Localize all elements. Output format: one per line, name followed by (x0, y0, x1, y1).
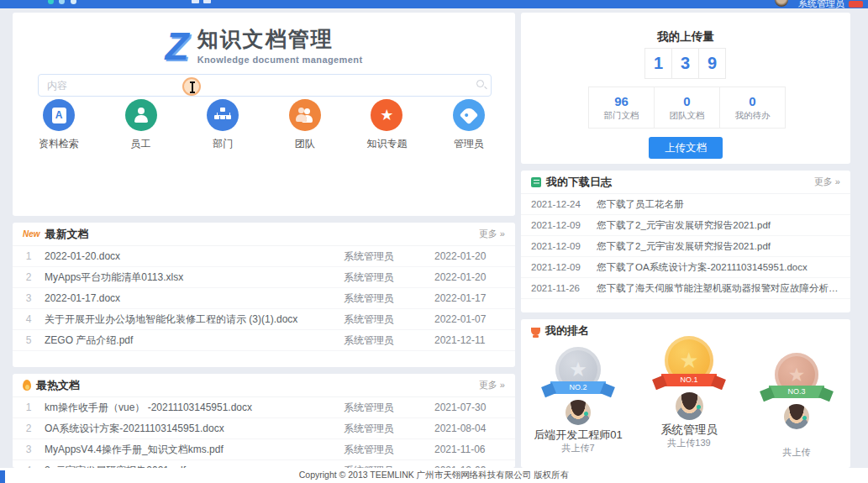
doc-title-link[interactable]: 2022-01-20.docx (45, 250, 344, 262)
row-index: 2 (13, 423, 45, 434)
rank-upload-count: 共上传7 (561, 442, 594, 454)
doc-title-link[interactable]: 2022-01-17.docx (45, 292, 344, 304)
upload-stats: 96 部门文档 0 团队文档 0 我的待办 (588, 87, 786, 129)
log-text[interactable]: 您下载了2_元宇宙发展研究报告2021.pdf (597, 219, 840, 232)
avatar[interactable] (676, 392, 703, 420)
row-index: 1 (13, 402, 45, 413)
quicknav-label: 知识专题 (366, 137, 407, 151)
doc-author: 系统管理员 (344, 270, 434, 285)
doc-title-link[interactable]: MyApps平台功能清单0113.xlsx (45, 270, 344, 285)
log-text[interactable]: 您下载了2_元宇宙发展研究报告2021.pdf (597, 240, 840, 253)
avatar[interactable] (784, 404, 809, 429)
section-title: 最新文档 (45, 227, 89, 242)
table-row[interactable]: 4 2_元宇宙发展研究报告2021.pdf 系统管理员 2021-12-09 (13, 460, 515, 468)
hot-more-link[interactable]: 更多 » (479, 379, 505, 391)
list-item[interactable]: 2021-11-26 您下载了海天伺服节能注塑机驱动器报警对应故障分析.xls (521, 278, 850, 299)
quicknav-label: 团队 (295, 137, 315, 151)
kms-portal-screen: 系统管理员 Z 知识文档管理 Knowledge document manage… (0, 0, 868, 483)
ranking-entry-no1[interactable]: ★ NO.1 系统管理员 共上传139 (634, 336, 744, 449)
username-label[interactable]: 系统管理员 (798, 0, 844, 8)
log-more-link[interactable]: 更多 » (814, 176, 840, 188)
doc-date: 2022-01-20 (434, 250, 515, 262)
search-icon[interactable] (476, 80, 484, 87)
upload-document-button[interactable]: 上传文档 (649, 137, 723, 159)
list-item[interactable]: 2021-12-09 您下载了2_元宇宙发展研究报告2021.pdf (521, 215, 850, 236)
doc-author: 系统管理员 (344, 291, 434, 306)
person-icon (125, 99, 157, 131)
list-item[interactable]: 2021-12-09 您下载了OA系统设计方案-20211103145951.d… (521, 257, 850, 278)
table-row[interactable]: 1 km操作收手册（vue） -20211103145951.docx 系统管理… (13, 397, 515, 418)
section-title: 最热文档 (36, 378, 80, 393)
quicknav-data-retrieval[interactable]: A 资料检索 (29, 99, 88, 151)
doc-title-link[interactable]: km操作收手册（vue） -20211103145951.docx (45, 401, 344, 415)
trophy-icon (531, 328, 540, 335)
table-row[interactable]: 2 OA系统设计方案-20211103145951.docx 系统管理员 202… (13, 418, 515, 439)
list-item[interactable]: 2021-12-24 您下载了员工花名册 (521, 194, 850, 215)
upload-count: 1 3 9 (521, 48, 850, 79)
quicknav-team[interactable]: 团队 (276, 99, 334, 151)
navbar-logo-icon[interactable] (48, 0, 54, 4)
table-row[interactable]: 3 MyAppsV4.4操作手册_知识文档kms.pdf 系统管理员 2021-… (13, 439, 515, 460)
rank-ribbon: NO.2 (550, 381, 606, 394)
doc-title-link[interactable]: ZEGO 产品介绍.pdf (45, 333, 344, 348)
row-index: 3 (13, 444, 45, 455)
upload-digit: 3 (671, 48, 699, 79)
table-row[interactable]: 5 ZEGO 产品介绍.pdf 系统管理员 2021-12-11 (13, 330, 515, 351)
uploads-card: 我的上传量 1 3 9 96 部门文档 0 团队文档 0 我的待办 上传文档 (521, 13, 850, 164)
notification-badge[interactable] (849, 1, 863, 8)
doc-title-link[interactable]: MyAppsV4.4操作手册_知识文档kms.pdf (45, 443, 344, 457)
doc-author: 系统管理员 (344, 443, 434, 457)
table-row[interactable]: 4 关于开展开业办公场地智能化装修工程的请示 (3)(1).docx 系统管理员… (13, 309, 515, 330)
doc-author: 系统管理员 (344, 249, 434, 264)
ranking-entry-no3[interactable]: ★ NO.3 共上传 (742, 353, 850, 459)
quick-nav: A 资料检索 员工 部门 团队 (13, 99, 515, 151)
tag-icon (453, 99, 485, 131)
doc-date: 2021-12-11 (434, 334, 515, 346)
log-date: 2021-12-09 (531, 241, 597, 251)
table-row[interactable]: 2 MyApps平台功能清单0113.xlsx 系统管理员 2022-01-20 (13, 267, 515, 288)
user-avatar[interactable] (775, 0, 788, 7)
table-row[interactable]: 3 2022-01-17.docx 系统管理员 2022-01-17 (13, 288, 515, 309)
ranking-entry-no2[interactable]: ★ NO.2 后端开发工程师01 共上传7 (523, 347, 633, 454)
hero-card: Z 知识文档管理 Knowledge document management A… (13, 13, 515, 216)
rank-user-name: 后端开发工程师01 (534, 428, 622, 441)
quicknav-admin[interactable]: 管理员 (439, 99, 498, 151)
row-index: 5 (13, 334, 45, 346)
quicknav-label: 管理员 (454, 137, 484, 151)
quicknav-employee[interactable]: 员工 (112, 99, 171, 151)
stat-team-docs[interactable]: 0 团队文档 (655, 87, 720, 128)
log-text[interactable]: 您下载了海天伺服节能注塑机驱动器报警对应故障分析.xls (597, 282, 840, 295)
stat-dept-docs[interactable]: 96 部门文档 (589, 87, 655, 128)
navbar-logo-icon (71, 0, 76, 4)
avatar[interactable] (566, 400, 591, 425)
navbar-menu-item[interactable] (203, 0, 211, 3)
rank-upload-count: 共上传139 (667, 437, 710, 449)
section-title: 我的下载日志 (546, 175, 612, 190)
doc-title-link[interactable]: OA系统设计方案-20211103145951.docx (45, 422, 344, 436)
latest-more-link[interactable]: 更多 » (479, 228, 505, 240)
navbar-menu-item[interactable] (192, 0, 199, 3)
log-date: 2021-11-26 (531, 283, 597, 293)
doc-author: 系统管理员 (344, 312, 434, 327)
quicknav-knowledge-topics[interactable]: ★ 知识专题 (357, 99, 416, 151)
document-a-icon: A (43, 99, 75, 131)
doc-date: 2021-11-06 (434, 444, 515, 455)
search-input[interactable] (38, 74, 492, 97)
row-index: 4 (13, 313, 45, 325)
log-text[interactable]: 您下载了员工花名册 (597, 198, 840, 211)
table-row[interactable]: 1 2022-01-20.docx 系统管理员 2022-01-20 (13, 246, 515, 267)
doc-title-link[interactable]: 关于开展开业办公场地智能化装修工程的请示 (3)(1).docx (45, 312, 344, 327)
stat-my-todos[interactable]: 0 我的待办 (720, 87, 785, 128)
trophy-icon: ★ (371, 99, 402, 131)
section-title: 我的排名 (545, 323, 589, 339)
app-logo: Z 知识文档管理 Knowledge document management (13, 13, 515, 66)
flame-icon (23, 380, 31, 391)
rank-upload-count: 共上传 (783, 446, 811, 459)
uploads-title: 我的上传量 (521, 13, 850, 45)
logo-z-icon: Z (166, 26, 189, 66)
rank-user-name: 系统管理员 (660, 423, 718, 436)
list-item[interactable]: 2021-12-09 您下载了2_元宇宙发展研究报告2021.pdf (521, 236, 850, 257)
ranking-card: 我的排名 ★ NO.2 后端开发工程师01 共上传7 ★ NO.1 系统管理员 … (521, 319, 850, 468)
quicknav-department[interactable]: 部门 (193, 99, 252, 151)
log-text[interactable]: 您下载了OA系统设计方案-20211103145951.docx (597, 261, 840, 274)
